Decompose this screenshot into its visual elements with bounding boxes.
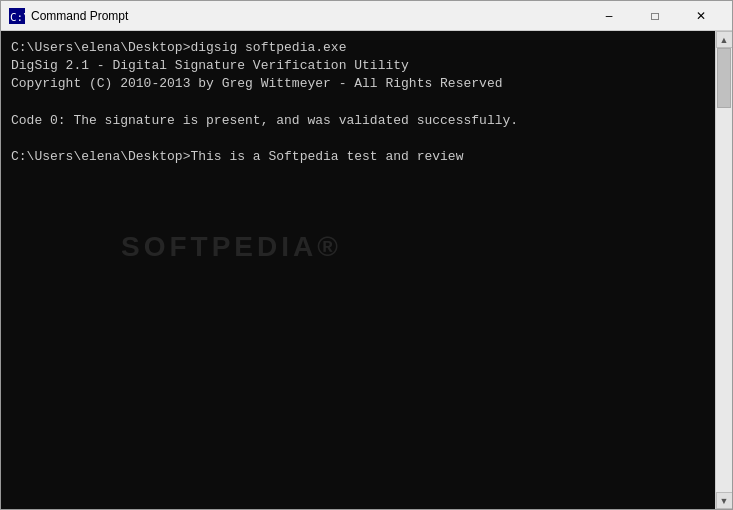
titlebar: C:\ Command Prompt – □ ✕ xyxy=(1,1,732,31)
close-button[interactable]: ✕ xyxy=(678,1,724,31)
scroll-down-button[interactable]: ▼ xyxy=(716,492,733,509)
window-body: SOFTPEDIA® C:\Users\elena\Desktop>digsig… xyxy=(1,31,732,509)
terminal-container: SOFTPEDIA® C:\Users\elena\Desktop>digsig… xyxy=(1,31,715,509)
cmd-icon: C:\ xyxy=(9,8,25,24)
terminal-output[interactable]: C:\Users\elena\Desktop>digsig softpedia.… xyxy=(1,31,715,174)
watermark: SOFTPEDIA® xyxy=(121,231,342,263)
scroll-track xyxy=(716,48,732,492)
scroll-thumb[interactable] xyxy=(717,48,731,108)
maximize-button[interactable]: □ xyxy=(632,1,678,31)
scrollbar: ▲ ▼ xyxy=(715,31,732,509)
titlebar-buttons: – □ ✕ xyxy=(586,1,724,30)
command-prompt-window: C:\ Command Prompt – □ ✕ SOFTPEDIA® C:\U… xyxy=(0,0,733,510)
svg-text:C:\: C:\ xyxy=(10,11,25,24)
window-title: Command Prompt xyxy=(31,9,586,23)
minimize-button[interactable]: – xyxy=(586,1,632,31)
scroll-up-button[interactable]: ▲ xyxy=(716,31,733,48)
